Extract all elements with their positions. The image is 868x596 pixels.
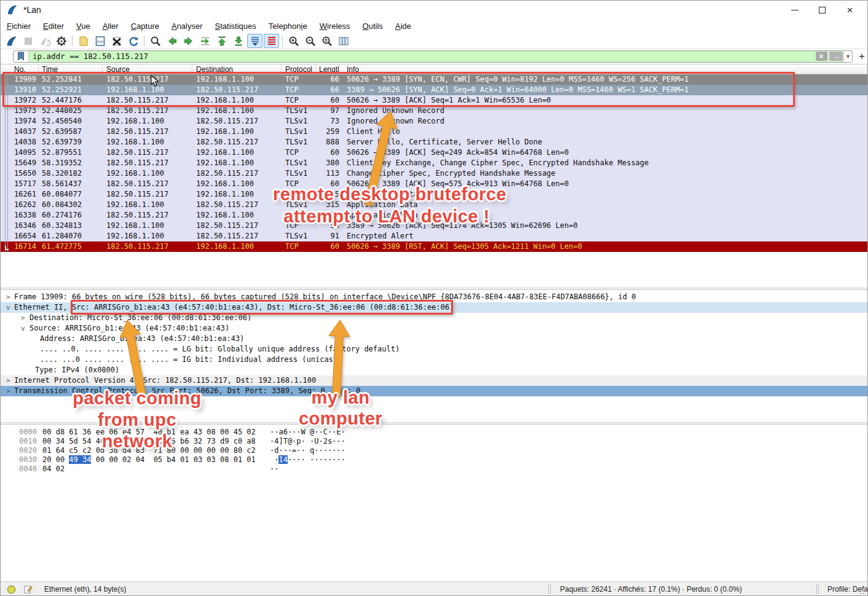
close-icon: × bbox=[847, 5, 853, 15]
detail-row[interactable]: >Internet Protocol Version 4, Src: 182.5… bbox=[1, 375, 867, 386]
maximize-button[interactable] bbox=[808, 1, 836, 19]
save-file-icon[interactable]: 010 bbox=[92, 34, 108, 48]
packet-row[interactable]: 1565058.320182192.168.1.100182.50.115.21… bbox=[1, 168, 867, 179]
annotation-note-upc-line2: from upc bbox=[98, 410, 176, 430]
clear-filter-icon: × bbox=[816, 52, 827, 61]
packet-cell-info: Client Hello bbox=[339, 127, 867, 137]
packet-cell-time: 61.284070 bbox=[39, 231, 103, 241]
auto-scroll-icon[interactable] bbox=[247, 34, 262, 48]
packet-cell-info: Change Cipher Spec, Encrypted Handshake … bbox=[339, 168, 867, 179]
start-capture-icon[interactable] bbox=[4, 34, 19, 48]
bookmark-icon bbox=[17, 52, 25, 61]
packet-cell-time: 60.084077 bbox=[39, 189, 103, 200]
hex-offset: 0000 bbox=[19, 428, 42, 437]
menu-item-vue[interactable]: Vue bbox=[70, 20, 97, 32]
detail-row-text: Internet Protocol Version 4, Src: 182.50… bbox=[14, 376, 316, 385]
packet-cell-proto: TLSv1 bbox=[282, 231, 316, 241]
packet-row[interactable]: 1564958.319352182.50.115.217192.168.1.10… bbox=[1, 158, 867, 168]
detail-row[interactable]: Address: ARRISGro_b1:ea:43 (e4:57:40:b1:… bbox=[1, 334, 867, 344]
reload-file-icon[interactable] bbox=[125, 34, 141, 48]
filter-bar: × → ▾ + bbox=[1, 49, 867, 63]
next-packet-icon[interactable] bbox=[181, 34, 196, 48]
find-packet-icon[interactable] bbox=[148, 34, 163, 48]
collapsed-arrow-icon[interactable]: > bbox=[6, 292, 10, 302]
menu-item-statistiques[interactable]: Statistiques bbox=[209, 20, 262, 32]
packet-cell-dst: 192.168.1.100 bbox=[192, 106, 282, 116]
packet-row[interactable]: 1409552.879551182.50.115.217192.168.1.10… bbox=[1, 147, 867, 158]
toolbar-separator bbox=[144, 36, 144, 47]
packet-cell-len: 60 bbox=[316, 241, 339, 252]
menu-item-fichier[interactable]: Fichier bbox=[1, 20, 37, 32]
colorize-icon[interactable] bbox=[264, 34, 279, 48]
packet-row[interactable]: 1403752.639587182.50.115.217192.168.1.10… bbox=[1, 127, 867, 137]
expanded-arrow-icon[interactable]: v bbox=[6, 302, 10, 313]
menu-item-telephonie[interactable]: Telephonie bbox=[262, 20, 314, 32]
detail-row[interactable]: .... ...0 .... .... .... .... = IG bit: … bbox=[1, 355, 867, 365]
packet-cell-src: 192.168.1.100 bbox=[103, 221, 192, 231]
packet-row[interactable]: 1671461.472775182.50.115.217192.168.1.10… bbox=[1, 241, 867, 252]
zoom-out-icon[interactable] bbox=[302, 34, 318, 48]
stop-capture-icon[interactable] bbox=[20, 34, 36, 48]
packet-cell-src: 182.50.115.217 bbox=[103, 241, 192, 252]
close-button[interactable]: × bbox=[836, 1, 864, 19]
detail-row[interactable]: vSource: ARRISGro_b1:ea:43 (e4:57:40:b1:… bbox=[1, 323, 867, 334]
packet-cell-src: 192.168.1.100 bbox=[103, 137, 192, 147]
minimize-button[interactable] bbox=[781, 1, 808, 19]
hex-ascii: ·I4···· ········ bbox=[270, 455, 345, 465]
minimize-icon bbox=[791, 10, 799, 10]
zoom-in-icon[interactable] bbox=[286, 34, 301, 48]
hex-row[interactable]: 003020 00 49 34 00 00 02 04 05 b4 01 03 … bbox=[1, 455, 867, 465]
hex-offset: 0010 bbox=[19, 437, 42, 446]
expert-info-icon[interactable] bbox=[7, 585, 16, 594]
close-file-icon[interactable] bbox=[109, 34, 124, 48]
resize-grip[interactable] bbox=[859, 589, 866, 595]
packet-row[interactable]: 1397352.448025182.50.115.217192.168.1.10… bbox=[1, 106, 867, 116]
packet-cell-dst: 182.50.115.217 bbox=[192, 116, 282, 127]
menu-item-outils[interactable]: Outils bbox=[357, 20, 389, 32]
zoom-original-icon[interactable] bbox=[319, 34, 334, 48]
capture-options-icon[interactable] bbox=[53, 34, 69, 48]
menu-item-aller[interactable]: Aller bbox=[97, 20, 125, 32]
packet-cell-info: Server Hello, Certificate, Server Hello … bbox=[339, 137, 867, 147]
hex-row[interactable]: 004004 02·· bbox=[1, 465, 867, 474]
packet-cell-time: 61.472775 bbox=[39, 241, 103, 252]
restart-capture-icon[interactable] bbox=[37, 34, 52, 48]
maximize-icon bbox=[819, 7, 826, 14]
menu-item-editer[interactable]: Editer bbox=[37, 20, 70, 32]
resize-columns-icon[interactable] bbox=[336, 34, 351, 48]
packet-cell-src: 192.168.1.100 bbox=[103, 116, 192, 127]
previous-packet-icon[interactable] bbox=[164, 34, 180, 48]
capture-comment-icon[interactable] bbox=[23, 584, 33, 594]
menu-item-wireless[interactable]: Wireless bbox=[314, 20, 357, 32]
filter-bookmark-button[interactable] bbox=[14, 51, 29, 62]
first-packet-icon[interactable] bbox=[214, 34, 229, 48]
packet-row[interactable]: 1665461.284070192.168.1.100182.50.115.21… bbox=[1, 231, 867, 241]
collapsed-arrow-icon[interactable]: > bbox=[21, 313, 25, 323]
filter-dropdown-button[interactable]: ▾ bbox=[843, 51, 852, 62]
filter-add-button[interactable]: + bbox=[856, 50, 867, 63]
open-file-icon[interactable] bbox=[76, 34, 91, 48]
packet-cell-dst: 192.168.1.100 bbox=[192, 127, 282, 137]
menu-item-analyser[interactable]: Analyser bbox=[165, 20, 209, 32]
filter-clear-button[interactable]: × bbox=[814, 51, 829, 62]
status-separator bbox=[550, 584, 551, 594]
packet-cell-src: 182.50.115.217 bbox=[103, 147, 192, 158]
detail-row[interactable]: Type: IPv4 (0x0800) bbox=[1, 365, 867, 375]
toolbar-separator bbox=[282, 36, 283, 47]
ascii-highlight: I4 bbox=[278, 455, 287, 464]
last-packet-icon[interactable] bbox=[231, 34, 246, 48]
menu-item-aide[interactable]: Aide bbox=[389, 20, 417, 32]
detail-row[interactable]: .... ..0. .... .... .... .... = LG bit: … bbox=[1, 344, 867, 355]
collapsed-arrow-icon[interactable]: > bbox=[6, 386, 10, 396]
display-filter-input[interactable] bbox=[29, 51, 814, 62]
annotation-note-bruteforce-line1: remote desktop bruteforce bbox=[273, 184, 507, 205]
packet-cell-proto: TLSv1 bbox=[282, 168, 316, 179]
packet-cell-no: 15650 bbox=[1, 168, 39, 179]
filter-apply-button[interactable]: → bbox=[829, 51, 843, 62]
goto-packet-icon[interactable] bbox=[197, 34, 213, 48]
packet-row[interactable]: 1403852.639739192.168.1.100182.50.115.21… bbox=[1, 137, 867, 147]
menu-item-capture[interactable]: Capture bbox=[125, 20, 165, 32]
collapsed-arrow-icon[interactable]: > bbox=[6, 375, 10, 386]
packet-row[interactable]: 1397452.450540192.168.1.100182.50.115.21… bbox=[1, 116, 867, 127]
expanded-arrow-icon[interactable]: v bbox=[21, 323, 25, 334]
